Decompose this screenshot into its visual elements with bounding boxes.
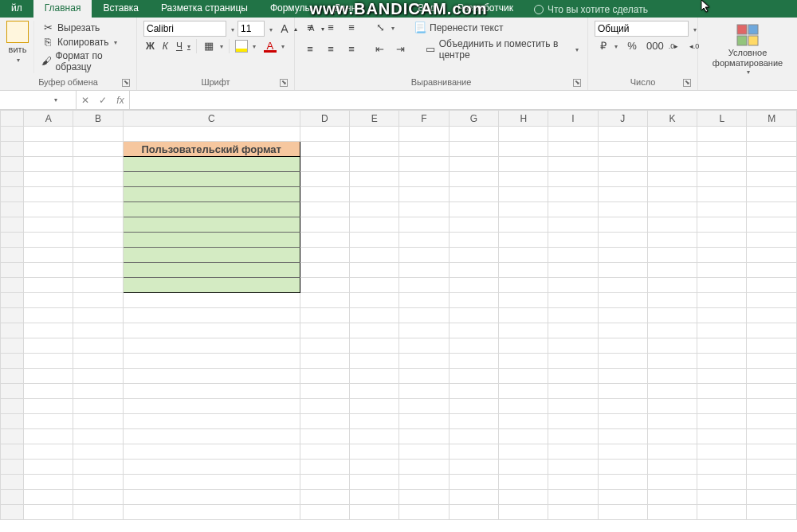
col-header-K[interactable]: K xyxy=(647,111,697,127)
cell[interactable] xyxy=(350,323,399,338)
row-header[interactable] xyxy=(1,293,24,308)
row-header[interactable] xyxy=(1,263,24,278)
cell[interactable] xyxy=(747,263,797,278)
cell[interactable] xyxy=(24,490,73,505)
cell[interactable] xyxy=(350,308,399,323)
cell[interactable] xyxy=(697,157,747,172)
cell[interactable] xyxy=(449,278,498,293)
cell[interactable] xyxy=(548,475,598,490)
cell[interactable] xyxy=(647,293,697,308)
cell[interactable] xyxy=(300,369,349,384)
cell[interactable] xyxy=(697,369,747,384)
cell[interactable] xyxy=(73,384,123,399)
cell[interactable] xyxy=(598,338,647,354)
row-header[interactable] xyxy=(1,248,24,263)
cell[interactable] xyxy=(73,217,123,233)
clipboard-launcher-icon[interactable]: ⬊ xyxy=(122,79,130,87)
cell[interactable] xyxy=(399,127,449,142)
cell[interactable] xyxy=(499,384,548,399)
cell[interactable] xyxy=(24,172,73,187)
cell[interactable] xyxy=(350,278,399,293)
cell[interactable] xyxy=(300,444,349,460)
cell[interactable] xyxy=(24,338,73,354)
cell[interactable] xyxy=(598,278,647,293)
cell[interactable] xyxy=(350,490,399,505)
cell[interactable] xyxy=(123,263,300,278)
cell[interactable] xyxy=(350,172,399,187)
cell[interactable] xyxy=(499,460,548,475)
cell[interactable] xyxy=(747,338,797,354)
cell[interactable] xyxy=(747,202,797,217)
cell[interactable] xyxy=(300,308,349,323)
row-header[interactable] xyxy=(1,127,24,142)
cell[interactable] xyxy=(399,142,449,157)
cell[interactable] xyxy=(73,248,123,263)
cell[interactable] xyxy=(300,172,349,187)
copy-button[interactable]: ⎘ Копировать xyxy=(39,35,120,49)
cell[interactable] xyxy=(399,248,449,263)
cell[interactable] xyxy=(399,233,449,248)
cell[interactable] xyxy=(24,248,73,263)
cell[interactable] xyxy=(73,293,123,308)
cell[interactable] xyxy=(24,475,73,490)
cell[interactable] xyxy=(598,308,647,323)
cell[interactable] xyxy=(499,157,548,172)
cell[interactable] xyxy=(350,384,399,399)
cell[interactable] xyxy=(548,308,598,323)
cell[interactable] xyxy=(24,263,73,278)
cell[interactable] xyxy=(73,202,123,217)
bold-button[interactable]: Ж xyxy=(143,40,157,53)
cell[interactable] xyxy=(747,278,797,293)
cell[interactable] xyxy=(399,475,449,490)
decrease-indent-button[interactable]: ⇤ xyxy=(371,42,388,57)
cell[interactable] xyxy=(449,293,498,308)
col-header-H[interactable]: H xyxy=(499,111,548,127)
cell[interactable] xyxy=(350,293,399,308)
cell[interactable] xyxy=(73,127,123,142)
cell[interactable] xyxy=(123,490,300,505)
cell[interactable] xyxy=(300,202,349,217)
cell[interactable] xyxy=(548,414,598,429)
row-header[interactable] xyxy=(1,278,24,293)
cell[interactable] xyxy=(123,187,300,202)
cell[interactable] xyxy=(548,460,598,475)
cell[interactable] xyxy=(747,248,797,263)
italic-button[interactable]: К xyxy=(160,40,171,53)
cell[interactable] xyxy=(697,172,747,187)
cell[interactable] xyxy=(24,429,73,444)
cell[interactable] xyxy=(499,248,548,263)
cell[interactable] xyxy=(399,429,449,444)
cell[interactable] xyxy=(300,278,349,293)
cell[interactable] xyxy=(399,157,449,172)
cell[interactable] xyxy=(747,369,797,384)
cell[interactable] xyxy=(123,233,300,248)
borders-button[interactable]: ▦ xyxy=(200,39,226,53)
cell[interactable] xyxy=(399,444,449,460)
cell[interactable] xyxy=(647,369,697,384)
cell[interactable] xyxy=(548,429,598,444)
align-bottom-button[interactable]: ≡ xyxy=(343,21,360,35)
cell[interactable] xyxy=(647,187,697,202)
cell-C2-header[interactable]: Пользовательский формат xyxy=(123,142,300,157)
cell[interactable] xyxy=(449,384,498,399)
cell[interactable] xyxy=(350,187,399,202)
cell[interactable] xyxy=(73,460,123,475)
cell[interactable] xyxy=(598,233,647,248)
cell[interactable] xyxy=(647,475,697,490)
cell[interactable] xyxy=(123,460,300,475)
cell[interactable] xyxy=(399,505,449,520)
cell[interactable] xyxy=(24,278,73,293)
cell[interactable] xyxy=(449,127,498,142)
cell[interactable] xyxy=(647,172,697,187)
underline-button[interactable]: Ч xyxy=(174,40,193,53)
cell[interactable] xyxy=(24,293,73,308)
cell[interactable] xyxy=(598,202,647,217)
cell[interactable] xyxy=(499,278,548,293)
tab-view[interactable]: Вид xyxy=(406,0,446,18)
cell[interactable] xyxy=(73,263,123,278)
cell[interactable] xyxy=(747,157,797,172)
cell[interactable] xyxy=(350,399,399,414)
cell[interactable] xyxy=(350,429,399,444)
align-middle-button[interactable]: ≡ xyxy=(322,21,340,35)
wrap-text-button[interactable]: 📃 Перенести текст xyxy=(411,21,505,35)
